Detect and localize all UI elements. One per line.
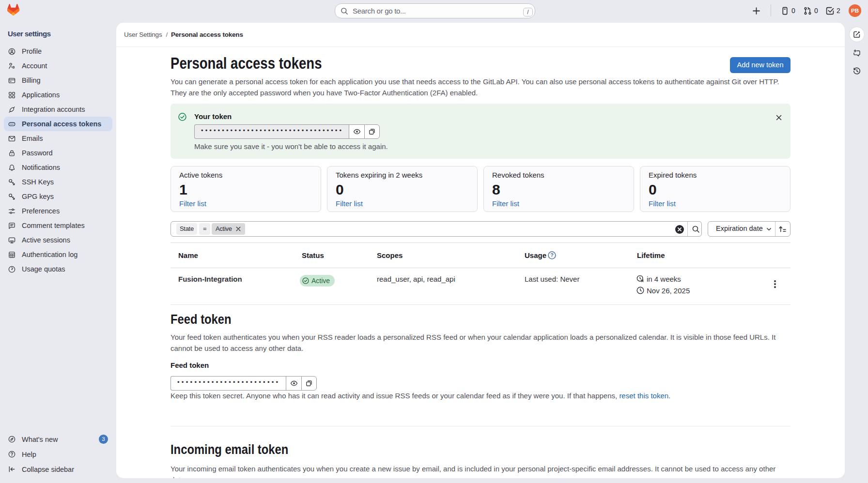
svg-text:?: ?: [550, 252, 553, 258]
